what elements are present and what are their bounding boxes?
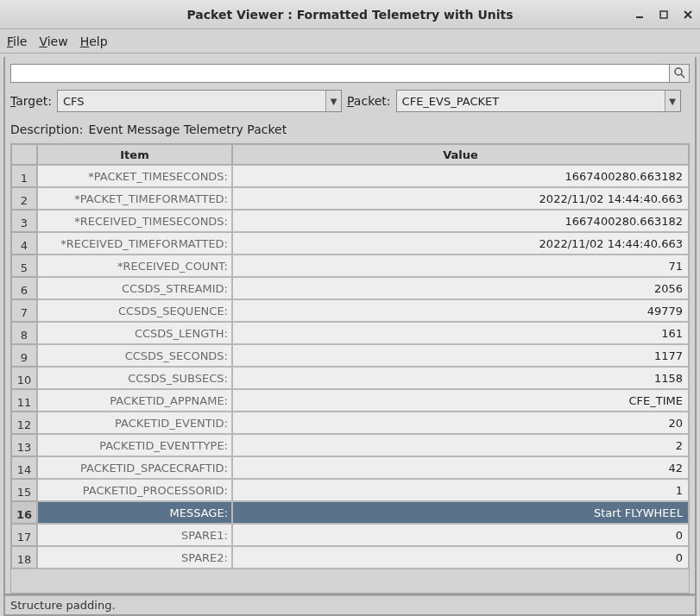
- cell-item[interactable]: *RECEIVED_TIMESECONDS:: [37, 210, 232, 232]
- row-number[interactable]: 15: [11, 479, 37, 501]
- target-label: Target:: [10, 94, 52, 108]
- cell-value[interactable]: 161: [232, 322, 689, 344]
- cell-item[interactable]: SPARE2:: [37, 546, 232, 569]
- search-row: [10, 64, 690, 83]
- close-button[interactable]: [681, 8, 695, 22]
- row-number[interactable]: 13: [11, 434, 37, 456]
- selector-row: Target: CFS ▼ Packet: CFE_EVS_PACKET ▼: [10, 90, 690, 112]
- table-row[interactable]: 4*RECEIVED_TIMEFORMATTED:2022/11/02 14:4…: [11, 232, 689, 255]
- row-number[interactable]: 12: [11, 412, 37, 434]
- row-number[interactable]: 8: [11, 322, 37, 344]
- row-number[interactable]: 9: [11, 344, 37, 367]
- description-label: Description:: [10, 123, 83, 136]
- table-row[interactable]: 16MESSAGE:Start FLYWHEEL: [11, 501, 689, 524]
- cell-item[interactable]: *RECEIVED_COUNT:: [37, 255, 232, 277]
- cell-item[interactable]: CCSDS_SUBSECS:: [37, 367, 232, 389]
- cell-item[interactable]: *PACKET_TIMESECONDS:: [37, 165, 232, 187]
- cell-value[interactable]: CFE_TIME: [232, 389, 689, 412]
- cell-item[interactable]: PACKETID_APPNAME:: [37, 389, 232, 412]
- svg-rect-1: [660, 11, 667, 18]
- row-number[interactable]: 2: [11, 187, 37, 210]
- cell-item[interactable]: CCSDS_SEQUENCE:: [37, 299, 232, 322]
- cell-value[interactable]: 1177: [232, 344, 689, 367]
- row-number[interactable]: 14: [11, 456, 37, 479]
- window-title: Packet Viewer : Formatted Telemetry with…: [186, 8, 513, 22]
- cell-item[interactable]: MESSAGE:: [37, 501, 232, 524]
- table-row[interactable]: 2*PACKET_TIMEFORMATTED:2022/11/02 14:44:…: [11, 187, 689, 210]
- cell-value[interactable]: 1: [232, 479, 689, 501]
- cell-value[interactable]: 0: [232, 524, 689, 546]
- cell-item[interactable]: PACKETID_EVENTID:: [37, 412, 232, 434]
- telemetry-table: Item Value 1*PACKET_TIMESECONDS:16674002…: [10, 143, 690, 594]
- table-row[interactable]: 1*PACKET_TIMESECONDS:1667400280.663182: [11, 165, 689, 187]
- cell-item[interactable]: CCSDS_STREAMID:: [37, 277, 232, 299]
- cell-item[interactable]: CCSDS_LENGTH:: [37, 322, 232, 344]
- search-input[interactable]: [10, 64, 669, 83]
- table-body[interactable]: 1*PACKET_TIMESECONDS:1667400280.6631822*…: [11, 165, 689, 593]
- cell-item[interactable]: PACKETID_PROCESSORID:: [37, 479, 232, 501]
- row-number[interactable]: 1: [11, 165, 37, 187]
- table-row[interactable]: 3*RECEIVED_TIMESECONDS:1667400280.663182: [11, 210, 689, 232]
- cell-value[interactable]: 1158: [232, 367, 689, 389]
- row-number[interactable]: 6: [11, 277, 37, 299]
- packet-combo-text: CFE_EVS_PACKET: [397, 95, 665, 108]
- cell-value[interactable]: 2056: [232, 277, 689, 299]
- row-number[interactable]: 4: [11, 232, 37, 255]
- row-number[interactable]: 17: [11, 524, 37, 546]
- menu-help[interactable]: Help: [80, 35, 108, 48]
- cell-item[interactable]: *PACKET_TIMEFORMATTED:: [37, 187, 232, 210]
- menu-view[interactable]: View: [39, 35, 67, 48]
- table-row[interactable]: 18SPARE2:0: [11, 546, 689, 569]
- search-button[interactable]: [669, 64, 690, 83]
- cell-item[interactable]: PACKETID_SPACECRAFTID:: [37, 456, 232, 479]
- cell-value[interactable]: 2: [232, 434, 689, 456]
- table-row[interactable]: 7CCSDS_SEQUENCE:49779: [11, 299, 689, 322]
- row-number[interactable]: 18: [11, 546, 37, 569]
- cell-value[interactable]: 1667400280.663182: [232, 210, 689, 232]
- target-combo[interactable]: CFS ▼: [57, 90, 342, 112]
- row-number[interactable]: 11: [11, 389, 37, 412]
- menu-file[interactable]: File: [7, 35, 27, 48]
- status-text: Structure padding.: [10, 599, 116, 612]
- row-number[interactable]: 7: [11, 299, 37, 322]
- cell-item[interactable]: CCSDS_SECONDS:: [37, 344, 232, 367]
- table-row[interactable]: 13PACKETID_EVENTTYPE:2: [11, 434, 689, 456]
- chevron-down-icon: ▼: [665, 91, 680, 111]
- table-row[interactable]: 6CCSDS_STREAMID:2056: [11, 277, 689, 299]
- maximize-button[interactable]: [657, 8, 671, 22]
- menubar: File View Help: [0, 29, 700, 53]
- cell-value[interactable]: 20: [232, 412, 689, 434]
- table-header: Item Value: [11, 144, 689, 165]
- cell-item[interactable]: PACKETID_EVENTTYPE:: [37, 434, 232, 456]
- table-row[interactable]: 12PACKETID_EVENTID:20: [11, 412, 689, 434]
- cell-value[interactable]: 2022/11/02 14:44:40.663: [232, 187, 689, 210]
- titlebar-buttons: [633, 0, 695, 28]
- search-icon: [673, 66, 685, 81]
- table-row[interactable]: 9CCSDS_SECONDS:1177: [11, 344, 689, 367]
- cell-item[interactable]: SPARE1:: [37, 524, 232, 546]
- cell-value[interactable]: 71: [232, 255, 689, 277]
- row-number[interactable]: 10: [11, 367, 37, 389]
- table-row[interactable]: 10CCSDS_SUBSECS:1158: [11, 367, 689, 389]
- table-row[interactable]: 8CCSDS_LENGTH:161: [11, 322, 689, 344]
- cell-value[interactable]: 1667400280.663182: [232, 165, 689, 187]
- row-number[interactable]: 16: [11, 501, 37, 524]
- row-number[interactable]: 5: [11, 255, 37, 277]
- minimize-button[interactable]: [633, 8, 646, 22]
- table-row[interactable]: 11PACKETID_APPNAME:CFE_TIME: [11, 389, 689, 412]
- header-item[interactable]: Item: [37, 144, 232, 165]
- cell-item[interactable]: *RECEIVED_TIMEFORMATTED:: [37, 232, 232, 255]
- table-row[interactable]: 15PACKETID_PROCESSORID:1: [11, 479, 689, 501]
- titlebar: Packet Viewer : Formatted Telemetry with…: [0, 0, 700, 29]
- table-row[interactable]: 17SPARE1:0: [11, 524, 689, 546]
- packet-combo[interactable]: CFE_EVS_PACKET ▼: [396, 90, 681, 112]
- header-value[interactable]: Value: [232, 144, 689, 165]
- cell-value[interactable]: 42: [232, 456, 689, 479]
- row-number[interactable]: 3: [11, 210, 37, 232]
- table-row[interactable]: 14PACKETID_SPACECRAFTID:42: [11, 456, 689, 479]
- table-row[interactable]: 5*RECEIVED_COUNT:71: [11, 255, 689, 277]
- cell-value[interactable]: Start FLYWHEEL: [232, 501, 689, 524]
- cell-value[interactable]: 0: [232, 546, 689, 569]
- cell-value[interactable]: 49779: [232, 299, 689, 322]
- cell-value[interactable]: 2022/11/02 14:44:40.663: [232, 232, 689, 255]
